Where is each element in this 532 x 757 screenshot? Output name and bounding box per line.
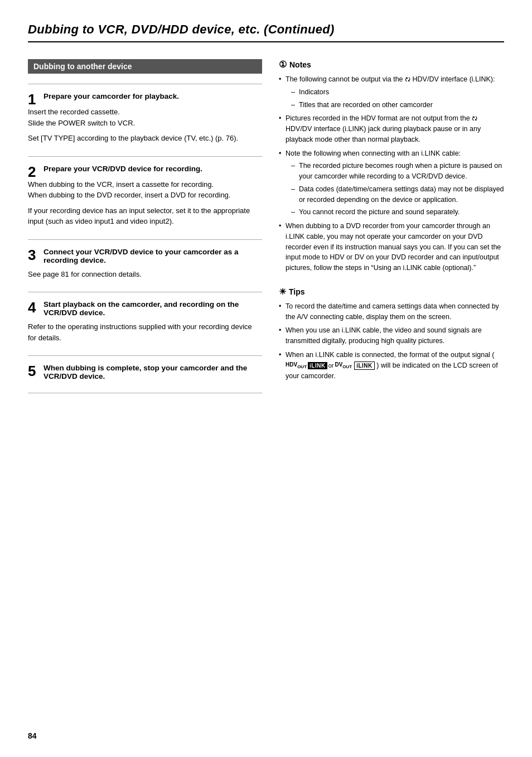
step-2-title: Prepare your VCR/DVD device for recordin… (43, 165, 262, 173)
or-label: or (328, 361, 334, 370)
page-number: 84 (28, 731, 37, 740)
tip-2: When you use an i.LINK cable, the video … (279, 325, 504, 346)
step-4: 4 Start playback on the camcorder, and r… (28, 292, 262, 355)
page-title: Dubbing to VCR, DVD/HDD device, etc. (Co… (28, 22, 504, 42)
step-5-number: 5 (28, 364, 36, 378)
tips-section: ☀ Tips To record the date/time and camer… (279, 287, 504, 382)
note-1-subitems: Indicators Titles that are recorded on o… (286, 87, 504, 110)
right-column: ① Notes The following cannot be output v… (279, 59, 504, 393)
dvout-label: DVOUT (335, 360, 352, 370)
step-2-body: When dubbing to the VCR, insert a casset… (28, 179, 262, 227)
hdvout-label: HDVOUT (286, 360, 307, 370)
step-3: 3 Connect your VCR/DVD device to your ca… (28, 239, 262, 292)
note-3-sub-1: The recorded picture becomes rough when … (291, 161, 504, 182)
ilink-badge-1: iLINK (308, 362, 327, 369)
ilink-badge-2: iLINK (354, 361, 375, 370)
step-2-number: 2 (28, 165, 36, 179)
note-2: Pictures recorded in the HDV format are … (279, 113, 504, 144)
step-1-body: Insert the recorded cassette.Slide the P… (28, 107, 262, 144)
step-3-body: See page 81 for connection details. (28, 269, 262, 280)
step-3-number: 3 (28, 248, 36, 262)
tip-1: To record the date/time and camera setti… (279, 301, 504, 322)
step-1-body-p2: Set [TV TYPE] according to the playback … (28, 133, 262, 144)
tip-3: When an i.LINK cable is connected, the f… (279, 350, 504, 382)
step-2-body-p2: If your recording device has an input se… (28, 205, 262, 227)
note-1-sub-1: Indicators (291, 87, 504, 98)
notes-icon: ① (279, 59, 287, 70)
step-4-number: 4 (28, 300, 36, 315)
step-4-body-p1: Refer to the operating instructions supp… (28, 321, 262, 343)
tips-title: ☀ Tips (279, 287, 504, 297)
ilink-icon-1: 🗘 (405, 75, 410, 84)
step-1: 1 Prepare your camcorder for playback. I… (28, 84, 262, 156)
signal-format: HDVOUT iLINK or DVOUT iLINK (286, 360, 375, 371)
ilink-icon-2: 🗘 (472, 114, 477, 123)
notes-section: ① Notes The following cannot be output v… (279, 59, 504, 273)
tips-list: To record the date/time and camera setti… (279, 301, 504, 382)
note-3-subitems: The recorded picture becomes rough when … (286, 161, 504, 218)
note-3: Note the following when connecting with … (279, 148, 504, 218)
step-5-title: When dubbing is complete, stop your camc… (43, 364, 262, 380)
notes-title: ① Notes (279, 59, 504, 70)
notes-list: The following cannot be output via the 🗘… (279, 74, 504, 273)
step-2: 2 Prepare your VCR/DVD device for record… (28, 156, 262, 239)
note-1-sub-2: Titles that are recorded on other camcor… (291, 100, 504, 110)
content-area: Dubbing to another device 1 Prepare your… (28, 59, 504, 393)
note-3-sub-3: You cannot record the picture and sound … (291, 207, 504, 218)
step-1-number: 1 (28, 92, 36, 107)
notes-label: Notes (289, 60, 311, 69)
page: Dubbing to VCR, DVD/HDD device, etc. (Co… (0, 0, 532, 757)
step-3-title: Connect your VCR/DVD device to your camc… (43, 248, 262, 264)
left-column: Dubbing to another device 1 Prepare your… (28, 59, 262, 393)
note-4: When dubbing to a DVD recorder from your… (279, 221, 504, 273)
section-header: Dubbing to another device (28, 59, 262, 74)
tips-label: Tips (289, 287, 305, 296)
step-3-body-p1: See page 81 for connection details. (28, 269, 262, 280)
step-2-body-p1: When dubbing to the VCR, insert a casset… (28, 179, 262, 201)
step-4-title: Start playback on the camcorder, and rec… (43, 300, 262, 317)
step-5: 5 When dubbing is complete, stop your ca… (28, 355, 262, 393)
step-4-body: Refer to the operating instructions supp… (28, 321, 262, 343)
note-1: The following cannot be output via the 🗘… (279, 74, 504, 110)
step-1-body-p1: Insert the recorded cassette.Slide the P… (28, 107, 262, 128)
tips-icon: ☀ (279, 287, 286, 297)
note-3-sub-2: Data codes (date/time/camera settings da… (291, 184, 504, 205)
step-1-title: Prepare your camcorder for playback. (43, 92, 262, 100)
